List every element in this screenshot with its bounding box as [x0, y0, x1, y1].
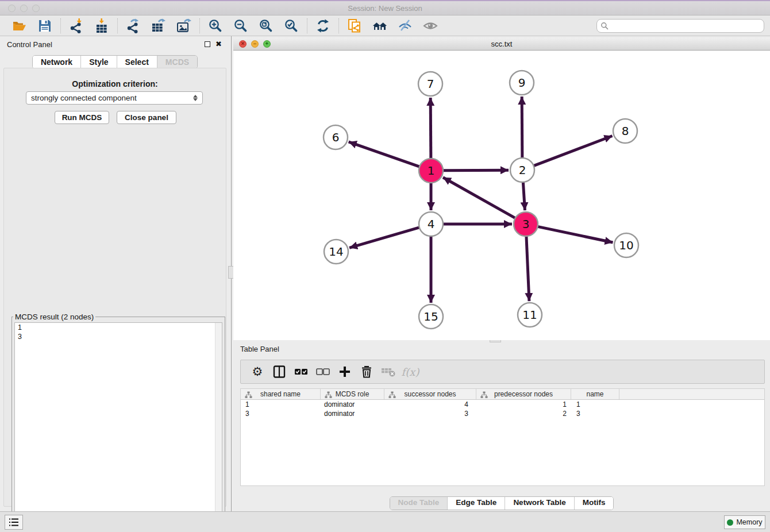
tab-style[interactable]: Style	[80, 56, 116, 68]
application-window: Session: New Session	[0, 0, 770, 532]
edge-2-3[interactable]	[523, 182, 525, 210]
optimization-criterion-label: Optimization criterion:	[4, 79, 226, 88]
tab-network[interactable]: Network	[33, 56, 80, 68]
column-header-mcds-role[interactable]: MCDS role	[321, 389, 384, 399]
window-title: Session: New Session	[0, 4, 770, 13]
tab-node-table[interactable]: Node Table	[390, 497, 448, 510]
show-details-icon[interactable]	[423, 18, 438, 33]
node-table[interactable]: shared name MCDS role successor nodes pr…	[240, 388, 765, 486]
new-network-icon[interactable]	[347, 18, 362, 33]
cell-shared-name[interactable]: 3	[241, 409, 321, 418]
graph-node-label: 9	[518, 76, 526, 90]
first-neighbors-icon[interactable]	[372, 18, 387, 33]
float-panel-icon[interactable]	[205, 41, 210, 47]
edge-3-10[interactable]	[538, 226, 613, 242]
criterion-dropdown[interactable]: strongly connected component	[26, 91, 203, 105]
criterion-value: strongly connected component	[31, 94, 193, 102]
network-window-titlebar[interactable]: ✕ − + scc.txt	[233, 38, 770, 51]
dropdown-stepper-icon	[193, 95, 198, 101]
zoom-out-icon[interactable]	[233, 18, 248, 33]
save-session-icon[interactable]	[37, 18, 52, 33]
column-type-icon	[480, 391, 488, 399]
toolbar-separator	[199, 18, 200, 33]
select-all-icon[interactable]	[294, 364, 309, 379]
graph-node-label: 8	[622, 124, 629, 138]
edge-2-8[interactable]	[534, 136, 613, 166]
import-table-icon[interactable]	[94, 18, 109, 33]
cell-shared-name[interactable]: 1	[241, 400, 321, 409]
function-builder-icon: f(x)	[403, 364, 418, 379]
control-panel-tabs: Network Style Select MCDS	[0, 55, 230, 69]
column-header-successor-nodes[interactable]: successor nodes	[384, 389, 476, 399]
network-graph: 7968124314101511	[233, 51, 770, 340]
zoom-in-icon[interactable]	[208, 18, 223, 33]
mcds-result-list[interactable]: 1 3	[14, 322, 222, 525]
zoom-selected-icon[interactable]	[284, 18, 299, 33]
run-mcds-button[interactable]: Run MCDS	[55, 111, 109, 124]
graph-node-label: 14	[329, 245, 343, 259]
cell-name[interactable]: 1	[571, 400, 619, 409]
show-columns-icon[interactable]	[272, 364, 287, 379]
open-session-icon[interactable]	[12, 18, 27, 33]
list-icon	[9, 518, 19, 527]
edge-1-6[interactable]	[349, 142, 420, 167]
search-input[interactable]	[609, 20, 764, 32]
mcds-panel: Optimization criterion: strongly connect…	[3, 68, 226, 507]
toolbar-separator	[307, 18, 307, 33]
cell-successor-nodes[interactable]: 3	[384, 409, 476, 418]
column-type-icon	[325, 391, 332, 399]
edge-1-7[interactable]	[430, 98, 431, 159]
zoom-fit-icon[interactable]	[259, 18, 274, 33]
search-box[interactable]	[596, 19, 764, 33]
tab-edge-table[interactable]: Edge Table	[447, 497, 505, 510]
apply-layout-icon[interactable]	[315, 18, 330, 33]
cell-mcds-role[interactable]: dominator	[321, 400, 384, 409]
export-image-icon[interactable]	[176, 18, 191, 33]
deselect-all-icon[interactable]	[315, 364, 330, 379]
search-icon	[600, 22, 609, 30]
table-row[interactable]: 3 dominator 3 2 3	[241, 409, 764, 418]
table-toolbar: ⚙ f(x)	[240, 360, 765, 384]
column-type-icon	[245, 391, 252, 399]
edge-1-2[interactable]	[443, 170, 509, 171]
cell-predecessor-nodes[interactable]: 2	[476, 409, 571, 418]
memory-button[interactable]: Memory	[724, 515, 765, 529]
edge-4-14[interactable]	[349, 228, 419, 248]
edge-3-11[interactable]	[526, 236, 529, 301]
tab-mcds[interactable]: MCDS	[157, 56, 197, 68]
close-panel-button[interactable]: Close panel	[117, 111, 176, 124]
hide-details-icon[interactable]	[398, 18, 413, 33]
result-line: 3	[15, 332, 222, 341]
delete-table-icon	[381, 364, 396, 379]
cell-mcds-role[interactable]: dominator	[321, 409, 384, 418]
column-settings-icon[interactable]: ⚙	[250, 364, 265, 379]
edge-2-9[interactable]	[522, 97, 522, 158]
tab-select[interactable]: Select	[117, 56, 157, 68]
task-history-button[interactable]	[5, 515, 23, 530]
close-panel-icon[interactable]: ✖	[215, 41, 222, 47]
graph-node-label: 1	[428, 164, 435, 178]
result-scrollbar[interactable]	[215, 323, 222, 524]
export-network-icon[interactable]	[126, 18, 141, 33]
tab-network-table[interactable]: Network Table	[505, 497, 573, 510]
edge-3-1[interactable]	[443, 178, 515, 218]
graph-node-label: 11	[522, 308, 537, 322]
column-header-predecessor-nodes[interactable]: predecessor nodes	[476, 389, 571, 399]
control-panel-title: Control Panel	[7, 40, 52, 49]
column-header-name[interactable]: name	[571, 389, 619, 399]
cell-predecessor-nodes[interactable]: 1	[476, 400, 571, 409]
cell-name[interactable]: 3	[571, 409, 619, 418]
graph-node-label: 6	[332, 130, 340, 144]
export-table-icon[interactable]	[151, 18, 166, 33]
add-row-icon[interactable]	[337, 364, 352, 379]
network-canvas[interactable]: 7968124314101511	[233, 51, 770, 340]
cell-successor-nodes[interactable]: 4	[384, 400, 476, 409]
column-header-shared-name[interactable]: shared name	[241, 389, 321, 399]
table-row[interactable]: 1 dominator 4 1 1	[241, 400, 764, 409]
import-network-icon[interactable]	[69, 18, 84, 33]
graph-node-label: 15	[424, 310, 438, 323]
tab-motifs[interactable]: Motifs	[574, 497, 614, 510]
delete-row-icon[interactable]	[359, 364, 374, 379]
memory-label: Memory	[736, 518, 762, 526]
toolbar-separator	[117, 18, 118, 33]
